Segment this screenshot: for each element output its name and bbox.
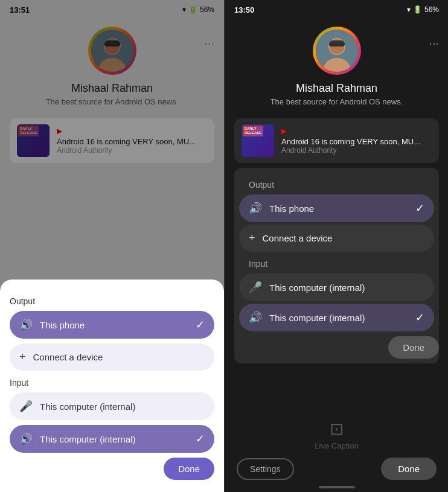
right-live-caption-label: Live Caption <box>315 441 358 450</box>
left-mic-icon: 🎤 <box>19 400 33 413</box>
left-output-label: Output <box>10 296 214 306</box>
right-avatar-inner <box>316 30 358 72</box>
right-caption-icon: ⊡ <box>330 419 344 439</box>
right-computer-selected-option[interactable]: 🔊 This computer (internal) ✓ <box>239 304 434 331</box>
left-modal-sheet: Output 🔊 This phone ✓ + Connect a device… <box>0 280 224 492</box>
left-connect-device-option[interactable]: + Connect a device <box>10 343 214 371</box>
right-media-thumbnail: EARLYRELEASE <box>242 124 274 157</box>
right-check-icon: ✓ <box>415 202 424 215</box>
left-this-phone-option[interactable]: 🔊 This phone ✓ <box>10 311 214 339</box>
right-wifi-icon: ▾ <box>407 5 411 14</box>
right-media-channel: Android Authority <box>281 146 432 155</box>
right-more-options[interactable]: ··· <box>429 36 439 50</box>
left-speaker2-icon: 🔊 <box>19 432 33 446</box>
left-computer-unselected-label: This computer (internal) <box>40 401 205 412</box>
right-this-phone-option[interactable]: 🔊 This phone ✓ <box>239 194 434 222</box>
right-connect-label: Connect a device <box>263 233 424 243</box>
right-bottom-buttons: Settings Done <box>237 458 437 480</box>
right-battery-icon: 🔋 <box>413 5 422 14</box>
right-input-label: Input <box>249 259 439 269</box>
svg-rect-11 <box>330 40 344 44</box>
right-avatar <box>313 27 361 75</box>
right-youtube-icon: ▶ <box>281 127 287 135</box>
right-time: 13:50 <box>234 5 254 14</box>
right-media-card[interactable]: EARLYRELEASE ▶ Android 16 is coming VERY… <box>234 118 439 163</box>
right-profile-name: Mishaal Rahman <box>296 82 377 95</box>
right-output-label: Output <box>249 180 439 190</box>
right-modal-done-button[interactable]: Done <box>388 336 439 359</box>
left-computer-selected-label: This computer (internal) <box>40 434 188 444</box>
right-computer-unselected-label: This computer (internal) <box>269 283 424 293</box>
right-speaker2-icon: 🔊 <box>249 311 262 324</box>
right-check2-icon: ✓ <box>415 311 424 324</box>
right-speaker-icon: 🔊 <box>249 202 262 215</box>
right-early-release-badge: EARLYRELEASE <box>243 126 263 136</box>
left-modal-done-row: Done <box>10 458 214 480</box>
left-this-phone-label: This phone <box>40 320 188 330</box>
right-media-title: Android 16 is coming VERY soon, MU... <box>281 137 432 146</box>
right-live-caption-area: ⊡ Live Caption <box>237 419 437 450</box>
left-plus-icon: + <box>19 351 26 363</box>
right-status-bar: 13:50 ▾ 🔋 56% <box>225 0 448 17</box>
left-computer-selected-option[interactable]: 🔊 This computer (internal) ✓ <box>10 425 214 453</box>
left-modal-done-button[interactable]: Done <box>164 458 214 480</box>
right-modal-done-row: Done <box>234 336 439 359</box>
left-phone-panel: 13:51 ▾ 🔋 56% ··· Mishaal Rahman The bes… <box>0 0 224 492</box>
right-battery-percent: 56% <box>424 5 439 14</box>
right-media-info: ▶ Android 16 is coming VERY soon, MU... … <box>281 127 432 155</box>
right-phone-panel: 13:50 ▾ 🔋 56% ··· Mishaal Rahman The bes… <box>225 0 448 492</box>
right-media-source: ▶ <box>281 127 432 135</box>
right-avatar-image <box>316 30 358 72</box>
right-dark-sheet: Output 🔊 This phone ✓ + Connect a device… <box>234 168 439 363</box>
left-check-icon: ✓ <box>196 318 205 331</box>
left-connect-label: Connect a device <box>33 352 205 362</box>
right-settings-button[interactable]: Settings <box>237 458 294 480</box>
right-mic-icon: 🎤 <box>249 281 262 294</box>
left-speaker-icon: 🔊 <box>19 318 33 331</box>
left-input-label: Input <box>10 378 214 388</box>
right-computer-selected-label: This computer (internal) <box>269 313 408 323</box>
right-plus-icon: + <box>249 232 255 244</box>
right-profile-section: ··· Mishaal Rahman The best source for A… <box>225 17 448 113</box>
right-bottom-section: ⊡ Live Caption Settings Done <box>225 412 448 492</box>
right-connect-device-option[interactable]: + Connect a device <box>239 225 434 252</box>
right-this-phone-label: This phone <box>269 203 408 214</box>
right-profile-subtitle: The best source for Android OS news. <box>270 97 403 106</box>
left-computer-unselected-option[interactable]: 🎤 This computer (internal) <box>10 392 214 420</box>
left-modal-overlay: Output 🔊 This phone ✓ + Connect a device… <box>0 0 224 492</box>
right-home-indicator <box>319 486 355 488</box>
right-done-button[interactable]: Done <box>381 458 437 480</box>
left-check2-icon: ✓ <box>196 432 205 446</box>
right-computer-unselected-option[interactable]: 🎤 This computer (internal) <box>239 273 434 301</box>
right-status-icons: ▾ 🔋 56% <box>407 5 439 14</box>
